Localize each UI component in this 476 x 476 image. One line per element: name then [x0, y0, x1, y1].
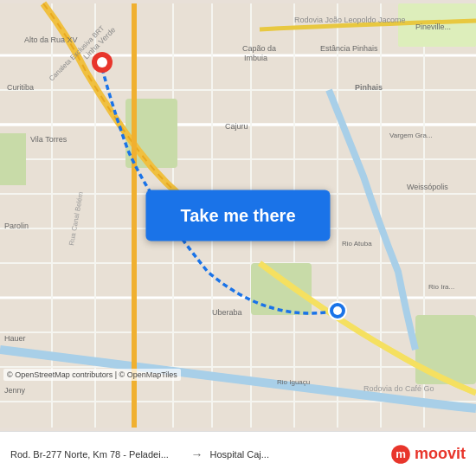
svg-text:Rio Ira...: Rio Ira...: [428, 283, 454, 291]
svg-text:Curitiba: Curitiba: [7, 83, 34, 92]
svg-text:Pinhais: Pinhais: [355, 83, 383, 92]
svg-text:m: m: [396, 447, 406, 460]
svg-text:Alto da Rua XV: Alto da Rua XV: [24, 35, 78, 44]
app: Linha Verde Canaleta Exclusiva BRT Rua C…: [0, 0, 476, 476]
svg-text:Vargem Gra...: Vargem Gra...: [389, 132, 433, 139]
svg-rect-23: [251, 263, 312, 315]
svg-text:Estância Pinhais: Estância Pinhais: [320, 44, 378, 53]
svg-text:Vila Torres: Vila Torres: [30, 135, 68, 144]
svg-text:Weissópolis: Weissópolis: [407, 183, 448, 191]
svg-text:Rio Atuba: Rio Atuba: [342, 240, 372, 248]
svg-text:Capão da: Capão da: [242, 44, 276, 53]
svg-point-53: [333, 306, 342, 315]
svg-text:Pineville...: Pineville...: [415, 23, 451, 31]
svg-rect-24: [415, 315, 476, 384]
svg-text:Rio Iguaçu: Rio Iguaçu: [277, 378, 310, 386]
svg-text:Parolin: Parolin: [4, 222, 29, 230]
svg-point-51: [97, 57, 107, 68]
map-attribution: © OpenStreetMap contributors | © OpenMap…: [3, 369, 181, 381]
take-me-there-button[interactable]: Take me there: [145, 190, 330, 241]
svg-text:Jenny: Jenny: [4, 386, 26, 395]
svg-text:Rodovia João Leopoldo Jacome: Rodovia João Leopoldo Jacome: [294, 16, 406, 24]
bottom-bar: Rod. Br-277 Norte, Km 78 - Peladei... → …: [0, 431, 476, 476]
svg-text:Imbuia: Imbuia: [244, 54, 267, 62]
moovit-logo-icon: m: [390, 444, 411, 465]
svg-text:Cajuru: Cajuru: [225, 122, 248, 131]
map-container: Linha Verde Canaleta Exclusiva BRT Rua C…: [0, 0, 476, 431]
svg-text:Rodovia do Café Go: Rodovia do Café Go: [363, 384, 434, 393]
moovit-logo: m moovit: [390, 444, 466, 465]
moovit-brand-text: moovit: [415, 445, 466, 463]
svg-rect-25: [0, 133, 26, 185]
svg-text:Uberaba: Uberaba: [212, 308, 242, 317]
route-arrow-icon: →: [191, 447, 203, 461]
route-to: Hospital Caj...: [210, 449, 384, 460]
route-from: Rod. Br-277 Norte, Km 78 - Peladei...: [10, 449, 184, 460]
svg-text:Hauer: Hauer: [4, 334, 26, 343]
